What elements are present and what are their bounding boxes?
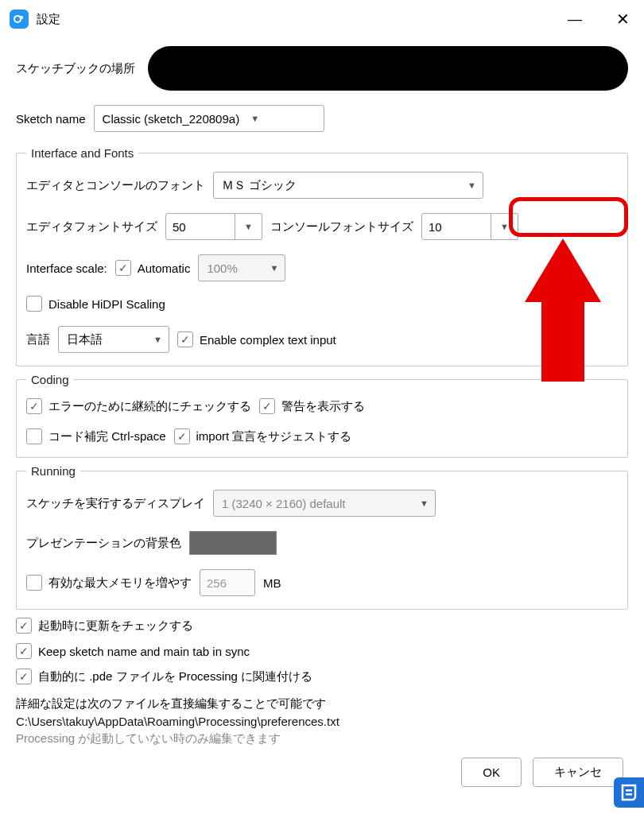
chevron-down-icon: ▼: [247, 106, 259, 131]
svg-point-0: [14, 16, 21, 22]
svg-rect-3: [626, 793, 632, 796]
complex-text-checkbox[interactable]: [177, 331, 193, 347]
coding-legend: Coding: [26, 373, 74, 386]
keep-sync-checkbox[interactable]: [16, 643, 32, 659]
sketch-name-label: Sketch name: [16, 112, 86, 126]
complex-text-label: Enable complex text input: [200, 333, 336, 347]
chevron-down-icon: ▼: [150, 327, 162, 352]
sketch-name-value: Classic (sketch_220809a): [103, 112, 240, 126]
sketchbook-path-redacted: [148, 46, 628, 91]
code-completion-checkbox[interactable]: [26, 428, 42, 444]
display-value: 1 (3240 × 2160) default: [222, 497, 346, 510]
max-memory-label: 有効な最大メモリを増やす: [48, 576, 192, 591]
show-warnings-checkbox[interactable]: [259, 398, 275, 414]
language-value: 日本語: [67, 332, 103, 347]
check-updates-label: 起動時に更新をチェックする: [38, 618, 193, 634]
editor-console-font-select[interactable]: ＭＳ ゴシック ▼: [213, 172, 483, 199]
chevron-down-icon[interactable]: ▼: [235, 213, 262, 240]
app-icon: [10, 10, 29, 29]
preferences-path: C:\Users\takuy\AppData\Roaming\Processin…: [16, 715, 628, 728]
import-suggest-label: import 宣言をサジェストする: [196, 429, 352, 444]
language-label: 言語: [26, 332, 50, 347]
close-button[interactable]: ✕: [611, 10, 634, 29]
interface-and-fonts-group: Interface and Fonts エディタとコンソールのフォント ＭＳ ゴ…: [16, 146, 628, 366]
associate-pde-label: 自動的に .pde ファイルを Processing に関連付ける: [38, 669, 312, 684]
svg-point-1: [20, 16, 23, 19]
interface-scale-label: Interface scale:: [26, 262, 107, 275]
chevron-down-icon: ▼: [464, 172, 476, 198]
display-select[interactable]: 1 (3240 × 2160) default ▼: [213, 490, 436, 517]
editor-console-font-label: エディタとコンソールのフォント: [26, 178, 205, 193]
console-font-size-combo[interactable]: 10 ▼: [421, 213, 518, 240]
svg-rect-2: [626, 789, 632, 792]
cancel-button[interactable]: キャンセ: [533, 758, 623, 787]
automatic-checkbox[interactable]: [115, 260, 131, 276]
console-font-size-label: コンソールフォントサイズ: [270, 219, 413, 235]
ime-badge-icon: [614, 777, 644, 808]
chevron-down-icon: ▼: [417, 490, 429, 516]
show-warnings-label: 警告を表示する: [281, 399, 365, 414]
console-font-size-input[interactable]: 10: [421, 213, 491, 240]
import-suggest-checkbox[interactable]: [174, 428, 190, 444]
chevron-down-icon[interactable]: ▼: [491, 213, 518, 240]
keep-sync-label: Keep sketch name and main tab in sync: [38, 645, 250, 658]
interface-scale-value: 100%: [207, 262, 237, 275]
editor-console-font-value: ＭＳ ゴシック: [222, 178, 297, 193]
max-memory-checkbox[interactable]: [26, 575, 42, 591]
associate-pde-checkbox[interactable]: [16, 669, 32, 684]
running-legend: Running: [26, 464, 80, 478]
presentation-bg-label: プレゼンテーションの背景色: [26, 536, 181, 551]
automatic-label: Automatic: [138, 262, 191, 275]
interface-fonts-legend: Interface and Fonts: [26, 146, 138, 160]
running-group: Running スケッチを実行するディスプレイ 1 (3240 × 2160) …: [16, 464, 628, 610]
presentation-bg-swatch[interactable]: [189, 531, 277, 555]
language-select[interactable]: 日本語 ▼: [58, 326, 169, 353]
disable-hidpi-checkbox[interactable]: [26, 296, 42, 312]
max-memory-input: 256: [200, 569, 255, 596]
coding-group: Coding エラーのために継続的にチェックする 警告を表示する コード補完 C…: [16, 373, 628, 458]
code-completion-label: コード補完 Ctrl-space: [48, 429, 166, 444]
interface-scale-select: 100% ▼: [198, 254, 285, 281]
disable-hidpi-label: Disable HiDPI Scaling: [48, 297, 165, 311]
editor-font-size-combo[interactable]: 50 ▼: [165, 213, 262, 240]
sketchbook-location-label: スケッチブックの場所: [16, 61, 135, 76]
continuous-error-label: エラーのために継続的にチェックする: [48, 399, 251, 414]
window-title: 設定: [37, 12, 60, 27]
check-updates-checkbox[interactable]: [16, 618, 32, 634]
minimize-button[interactable]: —: [563, 11, 587, 28]
footer-instruction: 詳細な設定は次のファイルを直接編集することで可能です: [16, 694, 628, 713]
editor-font-size-input[interactable]: 50: [165, 213, 235, 240]
ok-button[interactable]: OK: [461, 758, 522, 787]
continuous-error-checkbox[interactable]: [26, 398, 42, 414]
chevron-down-icon: ▼: [267, 255, 279, 281]
footer-note: Processing が起動していない時のみ編集できます: [16, 731, 628, 746]
editor-font-size-label: エディタフォントサイズ: [26, 219, 157, 235]
sketch-name-select[interactable]: Classic (sketch_220809a) ▼: [94, 105, 324, 132]
mb-label: MB: [263, 576, 281, 590]
display-label: スケッチを実行するディスプレイ: [26, 496, 205, 511]
